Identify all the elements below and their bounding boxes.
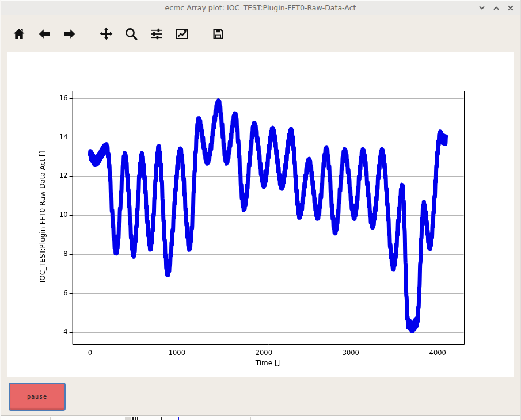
chevron-up-icon [493,5,500,12]
plot-window: ecmc Array plot: IOC_TEST:Plugin-FFT0-Ra… [0,0,521,420]
background-window-fragment [161,417,162,420]
background-window-fragment [178,417,179,420]
save-button[interactable] [208,24,228,44]
background-window-fragment [463,417,463,420]
background-window-fragment [135,417,136,420]
y-tick-label: 8 [7,250,68,258]
arrow-right-icon [63,27,77,41]
pan-button[interactable] [96,24,116,44]
back-button[interactable] [35,24,54,44]
y-tick-label: 14 [7,133,68,141]
window-controls [477,3,515,13]
background-window-fragment [132,417,134,420]
x-axis-label: Time [] [181,359,354,367]
x-tick-label: 1000 [157,349,197,357]
toolbar-separator [200,24,200,44]
magnifier-icon [124,27,138,41]
arrow-left-icon [37,27,51,41]
background-window-fragment [391,417,391,420]
background-window-fragment [320,417,320,420]
plot-area[interactable] [7,52,514,377]
pause-button[interactable]: pause [9,383,66,411]
plot-toolbar [1,15,520,52]
chart-line-icon [174,27,189,41]
floppy-icon [211,27,225,41]
y-tick-label: 4 [7,327,68,335]
customize-button[interactable] [172,24,192,44]
background-window-edge[interactable] [1,415,520,420]
sliders-icon [150,27,163,41]
shade-button[interactable] [477,3,486,13]
x-tick-label: 3000 [330,349,371,357]
y-tick-label: 10 [7,211,68,219]
background-window-fragment [137,417,138,420]
figure-canvas: 4681012141601000200030004000 Time [] IOC… [7,52,514,377]
x-tick-label: 4000 [417,349,458,357]
close-button[interactable] [506,3,515,13]
window-title: ecmc Array plot: IOC_TEST:Plugin-FFT0-Ra… [1,3,520,12]
maximize-button[interactable] [492,3,501,13]
background-window-fragment [250,417,251,420]
close-icon [507,5,514,12]
background-window-fragment [125,417,131,420]
home-icon [12,27,26,41]
y-tick-label: 12 [7,171,68,180]
zoom-button[interactable] [121,24,141,44]
x-tick-label: 2000 [244,349,284,357]
configure-subplots-button[interactable] [147,24,166,44]
y-axis-label: IOC_TEST:Plugin-FFT0-Raw-Data-Act [] [39,131,48,303]
y-tick-label: 16 [7,94,68,102]
home-button[interactable] [9,24,29,44]
title-bar[interactable]: ecmc Array plot: IOC_TEST:Plugin-FFT0-Ra… [1,0,520,15]
pause-button-label: pause [27,394,47,400]
forward-button[interactable] [60,24,79,44]
move-icon [99,26,113,41]
y-tick-label: 6 [7,289,68,297]
toolbar-separator [88,24,88,44]
background-window-fragment [50,417,51,420]
chevron-down-icon [478,5,485,12]
x-tick-label: 0 [70,349,110,357]
